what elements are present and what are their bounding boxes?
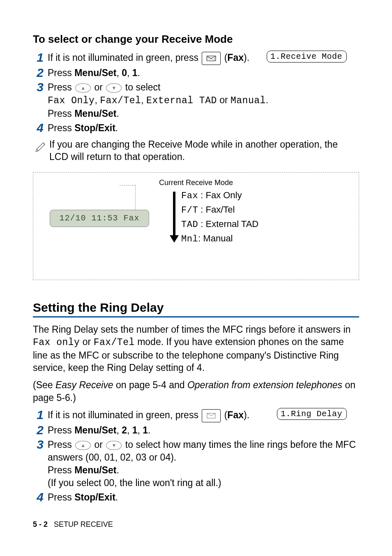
text: Press — [48, 123, 74, 133]
text: Menu/Set — [74, 67, 116, 78]
text: to select how many times the line rings … — [48, 439, 356, 463]
step-number: 1 — [33, 51, 48, 64]
text: (See — [33, 380, 55, 390]
modes-list: Fax : Fax Only F/T : Fax/Tel TAD : Exter… — [181, 188, 258, 246]
text: Press — [48, 108, 74, 119]
text: Menu/Set — [74, 425, 116, 436]
step-text: Press Stop/Exit. — [48, 491, 359, 504]
text: Fax/Tel — [94, 337, 135, 348]
lcd-receive-mode: 1.Receive Mode — [267, 51, 347, 63]
text: Menu/Set — [74, 465, 116, 475]
text: . — [115, 492, 118, 503]
text: . — [116, 108, 119, 119]
fax-button-icon — [202, 409, 221, 422]
mode-code: Mnl — [181, 234, 198, 244]
text: . — [115, 123, 118, 133]
note-icon — [33, 139, 49, 153]
leader-line — [120, 185, 135, 185]
text: 2 — [122, 425, 127, 436]
step-number: 3 — [33, 438, 48, 451]
down-button-icon: ▼ — [106, 83, 122, 93]
mode-option: Manual — [231, 95, 266, 106]
leader-line — [135, 185, 136, 210]
document-page: To select or change your Receive Mode 1.… — [0, 0, 392, 554]
text: on page 5-4 and — [113, 380, 187, 390]
step-1: 1 If it is not illuminated in green, pre… — [33, 51, 267, 65]
step-4: 4 Press Stop/Exit. — [33, 122, 359, 134]
step-text: Press Menu/Set, 2, 1, 1. — [48, 424, 359, 437]
text: 1 — [143, 425, 148, 436]
fax-icon — [205, 412, 217, 420]
note: If you are changing the Receive Mode whi… — [33, 139, 359, 163]
step-text: Press ▲ or ▼ to select Fax Only, Fax/Tel… — [48, 81, 359, 120]
text: , — [138, 425, 143, 436]
steps-ring-delay: 1.Ring Delay 1 If it is not illuminated … — [33, 409, 359, 504]
mode-option: Fax Only — [48, 95, 95, 106]
text: Press — [48, 439, 74, 450]
section-title-receive-mode: To select or change your Receive Mode — [33, 33, 359, 46]
text: . — [266, 95, 268, 105]
text: or — [95, 82, 106, 93]
cross-reference: Easy Receive — [55, 380, 113, 390]
mode-row: F/T : Fax/Tel — [181, 203, 258, 217]
text: Press — [48, 425, 74, 436]
text: . — [116, 465, 119, 475]
receive-mode-diagram: Current Receive Mode 12/10 11:53 Fax Fax… — [33, 172, 359, 280]
text: 1 — [132, 425, 138, 436]
mode-option: Fax/Tel — [100, 95, 141, 106]
step-text: If it is not illuminated in green, press… — [48, 409, 277, 422]
mode-option: External TAD — [146, 95, 217, 106]
mode-label: External TAD — [205, 219, 258, 229]
text-line: Press Menu/Set. — [48, 464, 359, 477]
fax-icon — [205, 54, 217, 63]
text: The Ring Delay sets the number of times … — [33, 324, 350, 335]
diagram-label: Current Receive Mode — [159, 178, 233, 187]
text: or — [95, 439, 106, 450]
down-button-icon: ▼ — [106, 441, 122, 450]
step-text: Press ▲ or ▼ to select how many times th… — [48, 438, 359, 489]
up-button-icon: ▲ — [75, 83, 91, 93]
lcd-display: 12/10 11:53 Fax — [50, 210, 149, 227]
text: , — [116, 67, 122, 78]
mode-code: F/T — [181, 205, 198, 215]
text: Stop/Exit — [74, 123, 115, 133]
text: or — [217, 95, 231, 105]
step-number: 1 — [33, 409, 48, 421]
steps-receive-mode: 1.Receive Mode 1 If it is not illuminate… — [33, 51, 359, 134]
footer-label: SETUP RECEIVE — [54, 520, 113, 528]
step-number: 4 — [33, 491, 48, 503]
text: If it is not illuminated in green, press — [48, 410, 201, 420]
section-title-ring-delay: Setting the Ring Delay — [33, 301, 359, 315]
step-1: 1 If it is not illuminated in green, pre… — [33, 409, 277, 422]
mode-row: Mnl: Manual — [181, 232, 258, 246]
text-line: (If you select 00, the line won't ring a… — [48, 477, 359, 489]
step-4: 4 Press Stop/Exit. — [33, 491, 359, 504]
fax-label: Fax — [227, 52, 244, 63]
text: Press — [48, 82, 74, 93]
text: Press — [48, 465, 74, 475]
step-text: Press Stop/Exit. — [48, 122, 359, 134]
text: or — [80, 336, 93, 347]
text: , — [127, 67, 132, 78]
text: , — [141, 95, 146, 105]
text: Stop/Exit — [74, 492, 115, 503]
text: . — [148, 425, 150, 436]
step-2: 2 Press Menu/Set, 2, 1, 1. — [33, 424, 359, 437]
text: . — [138, 67, 140, 78]
text: , — [95, 95, 100, 105]
cross-reference: Operation from extension telephones — [187, 380, 342, 390]
text-line: Fax Only, Fax/Tel, External TAD or Manua… — [48, 94, 359, 107]
text-line: Press Menu/Set. — [48, 107, 359, 120]
paragraph: (See Easy Receive on page 5-4 and Operat… — [33, 379, 359, 404]
text: , — [127, 425, 132, 436]
text: 1 — [132, 67, 138, 78]
step-number: 4 — [33, 122, 48, 134]
text: ). — [244, 52, 249, 63]
text: Fax only — [33, 337, 80, 348]
step-2: 2 Press Menu/Set, 0, 1. — [33, 67, 359, 79]
text: If it is not illuminated in green, press — [48, 52, 201, 63]
mode-code: Fax — [181, 191, 198, 201]
mode-row: TAD : External TAD — [181, 217, 258, 232]
step-text: Press Menu/Set, 0, 1. — [48, 67, 359, 79]
step-number: 2 — [33, 67, 48, 79]
